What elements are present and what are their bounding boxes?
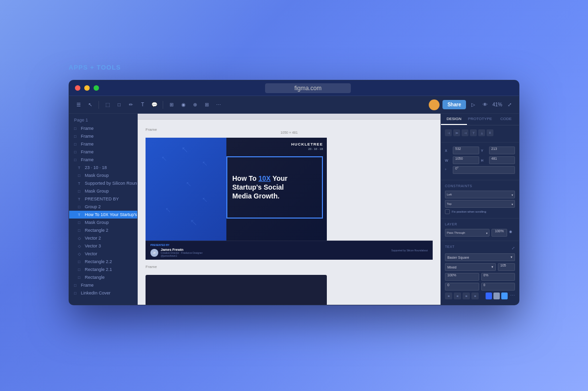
pen-tool-icon[interactable]: ✏ — [126, 100, 135, 109]
presenter-left: PRESENTED BY JF James Frewin Creative Di… — [150, 244, 202, 257]
w-label: W — [445, 159, 451, 162]
font-style-select[interactable]: Mixed ▾ — [445, 263, 496, 271]
h-label: H — [481, 159, 487, 162]
layer-date[interactable]: T 23 · 10 · 18 — [69, 164, 137, 171]
layer-item-frame5[interactable]: □ Frame — [69, 156, 137, 164]
more-colors-icon[interactable]: ⋯ — [510, 293, 515, 299]
layer-vector2[interactable]: ◇ Vector 2 — [69, 234, 137, 242]
color-blue[interactable] — [486, 293, 492, 299]
shape-tool-icon[interactable]: □ — [115, 100, 123, 109]
eye-icon[interactable]: 👁 — [481, 100, 490, 109]
align-bottom-icon[interactable]: ≡ — [487, 129, 493, 136]
color-gray[interactable] — [493, 293, 500, 299]
tab-code[interactable]: CODE — [493, 114, 519, 125]
font-style-row: Mixed ▾ 105 — [445, 263, 515, 271]
arrow-2: ↑ — [183, 179, 193, 189]
grid-icon[interactable]: ⊞ — [202, 100, 211, 109]
align-right-text[interactable]: ≡ — [463, 293, 470, 299]
h-input[interactable]: 481 — [489, 156, 515, 164]
align-middle-icon[interactable]: ⊥ — [478, 129, 485, 136]
letter-spacing-input[interactable]: 0% — [481, 273, 515, 281]
w-input[interactable]: 1050 — [453, 156, 479, 164]
align-right-icon[interactable]: ⊣ — [462, 129, 468, 136]
menu-icon[interactable]: ☰ — [74, 100, 83, 109]
frame-icon: □ — [74, 134, 79, 139]
comment-tool-icon[interactable]: 💬 — [150, 100, 159, 109]
tab-prototype[interactable]: PROTOTYPE — [467, 114, 493, 125]
layer-supported[interactable]: T Supported by Silicon Roundab... — [69, 179, 137, 187]
layer-how-to-10x[interactable]: T How To 10X Your Startup's So... — [69, 211, 137, 219]
layer-label: Vector 3 — [85, 244, 101, 248]
rot-label: ° — [445, 169, 451, 172]
component-tool-icon[interactable]: ⊞ — [167, 100, 176, 109]
layer-mask-group1[interactable]: □ Mask Group — [69, 171, 137, 179]
align-top-icon[interactable]: ⊤ — [470, 129, 477, 136]
text-options-icon[interactable]: ⤢ — [512, 246, 515, 250]
indent-row: 0 0 — [445, 283, 515, 291]
layer-frame-bottom[interactable]: □ Frame — [69, 281, 137, 289]
move-tool-icon[interactable]: ↖ — [86, 100, 95, 109]
left-panel: Page 1 □ Frame □ Frame □ Frame □ Frame — [69, 96, 138, 305]
font-family-select[interactable]: Basier Square ▾ — [445, 253, 515, 261]
presenter-avatar: JF — [150, 249, 158, 257]
traffic-light-green[interactable] — [94, 85, 99, 91]
plugin-icon[interactable]: ◉ — [179, 100, 188, 109]
indent-v2-input[interactable]: 0 — [481, 283, 515, 291]
align-left-text[interactable]: ≡ — [445, 293, 452, 299]
rotation-input[interactable]: 0° — [453, 166, 515, 174]
layer-item-frame1[interactable]: □ Frame — [69, 124, 137, 132]
indent-v1-input[interactable]: 0 — [445, 283, 479, 291]
fullscreen-icon[interactable]: ⤢ — [505, 100, 514, 109]
layer-label-selected: How To 10X Your Startup's So... — [85, 212, 137, 217]
font-size-input[interactable]: 105 — [498, 263, 515, 271]
traffic-light-yellow[interactable] — [84, 85, 90, 91]
more-icon[interactable]: ⋯ — [214, 100, 223, 109]
color-light-blue[interactable] — [501, 293, 508, 299]
rect-icon: □ — [78, 275, 83, 280]
layer-item-frame2[interactable]: □ Frame — [69, 132, 137, 140]
x-input[interactable]: 532 — [453, 147, 479, 154]
align-left-icon[interactable]: ⊣ — [445, 129, 452, 136]
toolbar-separator — [98, 101, 99, 109]
layer-rect2[interactable]: □ Rectangle 2 — [69, 226, 137, 234]
browser-window: figma.com ☰ ↖ ⬚ □ ✏ T 💬 ⊞ ◉ ⊕ ⊞ ⋯ — [69, 80, 519, 305]
variant-icon[interactable]: ⊕ — [191, 100, 199, 109]
play-icon[interactable]: ▷ — [469, 100, 478, 109]
layer-rect[interactable]: □ Rectangle — [69, 273, 137, 281]
align-justify-text[interactable]: ≡ — [471, 293, 479, 299]
horizontal-constraint[interactable]: Left ▾ — [445, 191, 515, 198]
layer-mask-group2[interactable]: □ Mask Group — [69, 187, 137, 195]
text-icon: T — [78, 166, 83, 170]
layer-group2[interactable]: □ Group 2 — [69, 203, 137, 211]
y-input[interactable]: 213 — [489, 147, 515, 154]
layer-rect22[interactable]: □ Rectangle 2.2 — [69, 258, 137, 266]
layer-item-frame4[interactable]: □ Frame — [69, 148, 137, 156]
frame-label-2: Frame — [146, 265, 433, 269]
layer-mask-group3[interactable]: □ Mask Group — [69, 219, 137, 226]
tab-design[interactable]: DESIGN — [441, 114, 467, 125]
fix-scroll-checkbox[interactable] — [445, 209, 450, 214]
line-height-input[interactable]: 100% — [445, 273, 479, 281]
vertical-constraint[interactable]: Top ▾ — [445, 200, 515, 208]
layer-vector3[interactable]: ◇ Vector 3 — [69, 242, 137, 250]
h-constraint-arrow: ▾ — [512, 193, 513, 196]
canvas-area[interactable]: Frame ↑ ↑ ↑ ↑ ↑ — [138, 96, 441, 305]
share-button[interactable]: Share — [442, 100, 466, 109]
layer-mode-select[interactable]: Pass Through ▾ — [445, 229, 490, 237]
layer-item-frame3[interactable]: □ Frame — [69, 140, 137, 148]
url-text[interactable]: figma.com — [265, 83, 351, 93]
frame-tool-icon[interactable]: ⬚ — [103, 100, 112, 109]
canvas-ruler — [138, 114, 441, 120]
zoom-level[interactable]: 41% — [492, 102, 502, 107]
align-center-icon[interactable]: ⊢ — [453, 129, 460, 136]
layer-linkedin[interactable]: □ LinkedIn Cover — [69, 289, 137, 297]
text-tool-icon[interactable]: T — [138, 100, 147, 109]
layer-label: Rectangle — [85, 275, 105, 280]
layer-vector[interactable]: ◇ Vector — [69, 250, 137, 258]
align-center-text[interactable]: ≡ — [454, 293, 461, 299]
opacity-input[interactable]: 100% — [491, 229, 507, 237]
traffic-light-red[interactable] — [75, 85, 80, 91]
layer-rect21[interactable]: □ Rectangle 2.1 — [69, 266, 137, 273]
layer-label: Rectangle 2.1 — [85, 267, 112, 272]
layer-presented-by[interactable]: T PRESENTED BY — [69, 195, 137, 203]
